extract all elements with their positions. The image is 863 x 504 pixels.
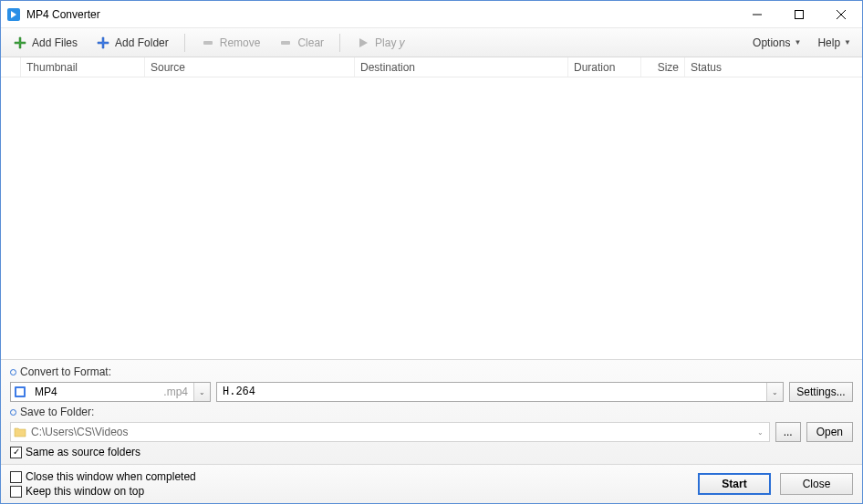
checkbox-icon: ✓ <box>10 447 22 458</box>
chevron-down-icon: ⌄ <box>193 383 210 401</box>
checkbox-icon <box>10 486 22 498</box>
open-folder-button[interactable]: Open <box>806 422 853 442</box>
settings-button[interactable]: Settings... <box>789 382 853 402</box>
col-duration[interactable]: Duration <box>568 57 641 77</box>
plus-green-icon <box>13 36 27 50</box>
svg-rect-5 <box>203 41 213 45</box>
add-folder-button[interactable]: Add Folder <box>91 34 173 52</box>
options-label: Options <box>753 36 790 49</box>
folder-icon <box>11 427 29 437</box>
checkbox-icon <box>10 471 22 483</box>
bullet-icon <box>10 369 16 375</box>
col-destination[interactable]: Destination <box>355 57 568 77</box>
svg-rect-2 <box>795 10 804 18</box>
save-label: Save to Folder: <box>10 406 94 418</box>
format-icon <box>11 386 29 398</box>
help-menu[interactable]: Help ▼ <box>814 35 855 51</box>
close-window-button[interactable] <box>820 1 862 27</box>
save-path-select[interactable]: C:\Users\CS\Videos ⌄ <box>10 422 770 442</box>
format-value: MP4 <box>29 386 163 398</box>
add-folder-label: Add Folder <box>115 36 169 49</box>
maximize-button[interactable] <box>778 1 820 27</box>
chevron-down-icon: ⌄ <box>766 383 783 401</box>
svg-rect-8 <box>16 388 24 396</box>
app-icon <box>6 7 21 22</box>
save-path-value: C:\Users\CS\Videos <box>29 426 753 438</box>
keep-on-top-checkbox[interactable]: Keep this window on top <box>10 485 196 498</box>
remove-label: Remove <box>220 36 261 49</box>
format-ext: .mp4 <box>163 386 193 398</box>
separator <box>339 34 340 52</box>
footer: Close this window when completed Keep th… <box>1 464 862 503</box>
col-checkbox[interactable] <box>1 57 21 77</box>
clear-label: Clear <box>297 36 324 49</box>
col-size[interactable]: Size <box>641 57 685 77</box>
start-button[interactable]: Start <box>698 473 771 495</box>
add-files-button[interactable]: Add Files <box>8 34 82 52</box>
plus-blue-icon <box>96 36 110 50</box>
col-source[interactable]: Source <box>145 57 355 77</box>
convert-label: Convert to Format: <box>10 365 111 378</box>
help-label: Help <box>817 36 840 49</box>
app-window: MP4 Converter Add Files Add Folder Remov… <box>0 0 863 504</box>
remove-button: Remove <box>196 34 265 52</box>
convert-panel: Convert to Format: MP4 .mp4 ⌄ H.264 ⌄ Se… <box>1 359 862 464</box>
chevron-down-icon: ▼ <box>794 38 801 46</box>
toolbar: Add Files Add Folder Remove Clear Play y… <box>1 28 862 57</box>
codec-value: H.264 <box>217 386 766 398</box>
play-label: Play <box>375 36 396 49</box>
options-menu[interactable]: Options ▼ <box>749 35 805 51</box>
add-files-label: Add Files <box>32 36 78 49</box>
col-thumbnail[interactable]: Thumbnail <box>21 57 145 77</box>
minimize-button[interactable] <box>736 1 778 27</box>
col-status[interactable]: Status <box>685 57 862 77</box>
minus-icon <box>201 36 215 50</box>
clear-icon <box>278 36 293 50</box>
svg-rect-6 <box>281 41 290 45</box>
browse-button[interactable]: ... <box>775 422 801 442</box>
close-button[interactable]: Close <box>780 473 853 495</box>
play-suffix: y <box>399 36 404 49</box>
window-title: MP4 Converter <box>26 8 100 21</box>
titlebar: MP4 Converter <box>1 1 862 28</box>
codec-select[interactable]: H.264 ⌄ <box>216 382 784 402</box>
play-button: Play y <box>351 34 409 52</box>
chevron-down-icon: ▼ <box>844 38 851 46</box>
format-select[interactable]: MP4 .mp4 ⌄ <box>10 382 211 402</box>
close-when-completed-checkbox[interactable]: Close this window when completed <box>10 470 196 483</box>
same-as-source-checkbox[interactable]: ✓ Same as source folders <box>10 446 140 458</box>
separator <box>184 34 185 52</box>
clear-button: Clear <box>274 34 328 52</box>
file-list[interactable] <box>1 77 862 359</box>
play-icon <box>356 36 370 50</box>
bullet-icon <box>10 409 16 416</box>
list-header: Thumbnail Source Destination Duration Si… <box>1 57 862 77</box>
chevron-down-icon: ⌄ <box>753 423 769 441</box>
